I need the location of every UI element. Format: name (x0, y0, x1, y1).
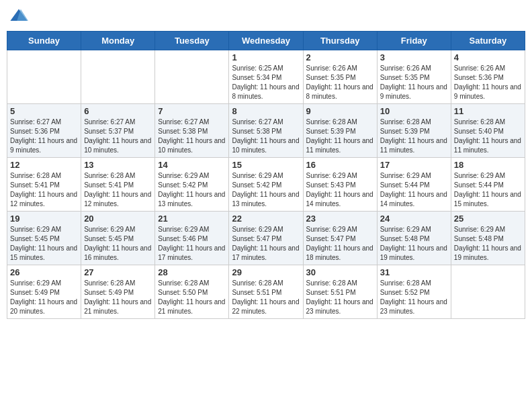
day-info: Sunrise: 6:25 AMSunset: 5:34 PMDaylight:… (232, 64, 300, 101)
day-number: 21 (158, 214, 226, 224)
day-info: Sunrise: 6:29 AMSunset: 5:47 PMDaylight:… (306, 225, 374, 263)
day-info: Sunrise: 6:28 AMSunset: 5:39 PMDaylight:… (306, 118, 374, 155)
day-info: Sunrise: 6:28 AMSunset: 5:40 PMDaylight:… (454, 118, 522, 155)
day-number: 6 (84, 106, 152, 116)
calendar-cell: 6Sunrise: 6:27 AMSunset: 5:37 PMDaylight… (81, 104, 155, 158)
calendar-cell: 27Sunrise: 6:28 AMSunset: 5:49 PMDayligh… (81, 265, 155, 319)
calendar-cell: 5Sunrise: 6:27 AMSunset: 5:36 PMDaylight… (7, 104, 81, 158)
day-info: Sunrise: 6:29 AMSunset: 5:43 PMDaylight:… (306, 171, 374, 209)
calendar-cell: 3Sunrise: 6:26 AMSunset: 5:35 PMDaylight… (377, 50, 451, 104)
day-info: Sunrise: 6:28 AMSunset: 5:50 PMDaylight:… (158, 279, 226, 316)
day-info: Sunrise: 6:28 AMSunset: 5:41 PMDaylight:… (10, 171, 78, 209)
day-info: Sunrise: 6:29 AMSunset: 5:44 PMDaylight:… (380, 171, 448, 209)
day-info: Sunrise: 6:29 AMSunset: 5:42 PMDaylight:… (158, 171, 226, 209)
calendar-week-row: 12Sunrise: 6:28 AMSunset: 5:41 PMDayligh… (7, 158, 525, 212)
day-number: 27 (84, 267, 152, 277)
day-number: 25 (454, 214, 522, 224)
calendar-cell: 28Sunrise: 6:28 AMSunset: 5:50 PMDayligh… (155, 265, 229, 319)
day-info: Sunrise: 6:29 AMSunset: 5:46 PMDaylight:… (158, 225, 226, 263)
calendar-cell: 2Sunrise: 6:26 AMSunset: 5:35 PMDaylight… (303, 50, 377, 104)
weekday-header-wednesday: Wednesday (229, 32, 303, 50)
day-number: 8 (232, 106, 300, 116)
calendar-cell: 21Sunrise: 6:29 AMSunset: 5:46 PMDayligh… (155, 212, 229, 265)
day-number: 2 (306, 52, 374, 62)
day-number: 22 (232, 214, 300, 224)
calendar-cell: 15Sunrise: 6:29 AMSunset: 5:42 PMDayligh… (229, 158, 303, 212)
day-number: 12 (10, 160, 78, 170)
day-info: Sunrise: 6:28 AMSunset: 5:51 PMDaylight:… (306, 279, 374, 316)
calendar-cell: 4Sunrise: 6:26 AMSunset: 5:36 PMDaylight… (451, 50, 525, 104)
day-info: Sunrise: 6:29 AMSunset: 5:44 PMDaylight:… (454, 171, 522, 209)
logo (9, 7, 31, 26)
calendar-cell: 10Sunrise: 6:28 AMSunset: 5:39 PMDayligh… (377, 104, 451, 158)
weekday-header-sunday: Sunday (7, 32, 81, 50)
calendar-week-row: 1Sunrise: 6:25 AMSunset: 5:34 PMDaylight… (7, 50, 525, 104)
calendar-cell: 17Sunrise: 6:29 AMSunset: 5:44 PMDayligh… (377, 158, 451, 212)
calendar-cell: 8Sunrise: 6:27 AMSunset: 5:38 PMDaylight… (229, 104, 303, 158)
day-info: Sunrise: 6:28 AMSunset: 5:41 PMDaylight:… (84, 171, 152, 209)
day-info: Sunrise: 6:29 AMSunset: 5:47 PMDaylight:… (232, 225, 300, 263)
day-number: 23 (306, 214, 374, 224)
calendar-cell: 31Sunrise: 6:28 AMSunset: 5:52 PMDayligh… (377, 265, 451, 319)
day-info: Sunrise: 6:26 AMSunset: 5:36 PMDaylight:… (454, 64, 522, 101)
calendar-cell: 7Sunrise: 6:27 AMSunset: 5:38 PMDaylight… (155, 104, 229, 158)
calendar-cell: 23Sunrise: 6:29 AMSunset: 5:47 PMDayligh… (303, 212, 377, 265)
day-number: 9 (306, 106, 374, 116)
calendar-cell (7, 50, 81, 104)
calendar-cell: 30Sunrise: 6:28 AMSunset: 5:51 PMDayligh… (303, 265, 377, 319)
calendar-cell: 20Sunrise: 6:29 AMSunset: 5:45 PMDayligh… (81, 212, 155, 265)
calendar-cell: 12Sunrise: 6:28 AMSunset: 5:41 PMDayligh… (7, 158, 81, 212)
day-number: 15 (232, 160, 300, 170)
calendar-header: SundayMondayTuesdayWednesdayThursdayFrid… (7, 32, 525, 50)
calendar-cell: 19Sunrise: 6:29 AMSunset: 5:45 PMDayligh… (7, 212, 81, 265)
day-info: Sunrise: 6:29 AMSunset: 5:49 PMDaylight:… (10, 279, 78, 316)
calendar-week-row: 19Sunrise: 6:29 AMSunset: 5:45 PMDayligh… (7, 212, 525, 265)
day-number: 5 (10, 106, 78, 116)
day-number: 18 (454, 160, 522, 170)
day-number: 10 (380, 106, 448, 116)
day-info: Sunrise: 6:28 AMSunset: 5:52 PMDaylight:… (380, 279, 448, 316)
calendar-cell: 25Sunrise: 6:29 AMSunset: 5:48 PMDayligh… (451, 212, 525, 265)
day-number: 7 (158, 106, 226, 116)
day-info: Sunrise: 6:28 AMSunset: 5:49 PMDaylight:… (84, 279, 152, 316)
logo-icon (9, 7, 28, 26)
day-info: Sunrise: 6:27 AMSunset: 5:38 PMDaylight:… (158, 118, 226, 155)
calendar-cell: 1Sunrise: 6:25 AMSunset: 5:34 PMDaylight… (229, 50, 303, 104)
calendar-cell: 29Sunrise: 6:28 AMSunset: 5:51 PMDayligh… (229, 265, 303, 319)
calendar-cell: 24Sunrise: 6:29 AMSunset: 5:48 PMDayligh… (377, 212, 451, 265)
day-info: Sunrise: 6:29 AMSunset: 5:48 PMDaylight:… (454, 225, 522, 263)
calendar-week-row: 26Sunrise: 6:29 AMSunset: 5:49 PMDayligh… (7, 265, 525, 319)
day-number: 20 (84, 214, 152, 224)
day-number: 29 (232, 267, 300, 277)
weekday-header-row: SundayMondayTuesdayWednesdayThursdayFrid… (7, 32, 525, 50)
day-number: 1 (232, 52, 300, 62)
calendar-cell: 14Sunrise: 6:29 AMSunset: 5:42 PMDayligh… (155, 158, 229, 212)
calendar-table: SundayMondayTuesdayWednesdayThursdayFrid… (7, 31, 525, 319)
day-number: 14 (158, 160, 226, 170)
calendar-cell: 22Sunrise: 6:29 AMSunset: 5:47 PMDayligh… (229, 212, 303, 265)
day-number: 30 (306, 267, 374, 277)
calendar-cell: 26Sunrise: 6:29 AMSunset: 5:49 PMDayligh… (7, 265, 81, 319)
day-info: Sunrise: 6:27 AMSunset: 5:37 PMDaylight:… (84, 118, 152, 155)
day-info: Sunrise: 6:28 AMSunset: 5:51 PMDaylight:… (232, 279, 300, 316)
day-info: Sunrise: 6:29 AMSunset: 5:42 PMDaylight:… (232, 171, 300, 209)
day-info: Sunrise: 6:29 AMSunset: 5:45 PMDaylight:… (10, 225, 78, 263)
page-header (7, 7, 525, 26)
day-info: Sunrise: 6:27 AMSunset: 5:36 PMDaylight:… (10, 118, 78, 155)
day-number: 24 (380, 214, 448, 224)
calendar-cell: 18Sunrise: 6:29 AMSunset: 5:44 PMDayligh… (451, 158, 525, 212)
day-info: Sunrise: 6:26 AMSunset: 5:35 PMDaylight:… (380, 64, 448, 101)
day-number: 26 (10, 267, 78, 277)
calendar-cell: 9Sunrise: 6:28 AMSunset: 5:39 PMDaylight… (303, 104, 377, 158)
calendar-cell (155, 50, 229, 104)
day-number: 11 (454, 106, 522, 116)
day-number: 13 (84, 160, 152, 170)
weekday-header-friday: Friday (377, 32, 451, 50)
day-number: 28 (158, 267, 226, 277)
calendar-cell: 11Sunrise: 6:28 AMSunset: 5:40 PMDayligh… (451, 104, 525, 158)
day-info: Sunrise: 6:26 AMSunset: 5:35 PMDaylight:… (306, 64, 374, 101)
calendar-body: 1Sunrise: 6:25 AMSunset: 5:34 PMDaylight… (7, 50, 525, 319)
day-number: 16 (306, 160, 374, 170)
day-number: 17 (380, 160, 448, 170)
calendar-cell (451, 265, 525, 319)
